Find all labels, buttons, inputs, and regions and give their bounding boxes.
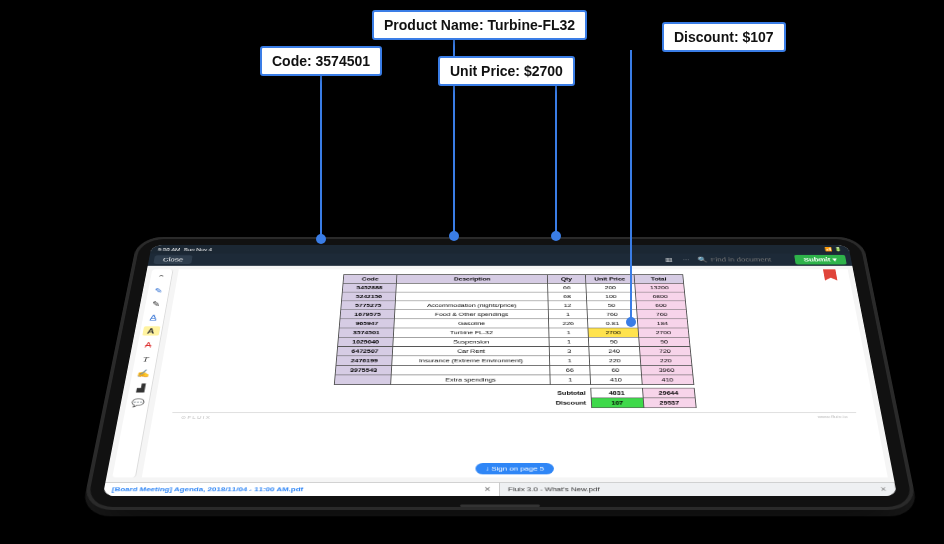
home-indicator xyxy=(460,504,540,506)
table-row: Extra spendings1410410 xyxy=(334,375,693,385)
signature-icon[interactable]: ✍ xyxy=(134,368,153,378)
th-desc: Description xyxy=(397,275,548,284)
close-icon[interactable]: ✕ xyxy=(484,486,491,493)
discount-value: 107 xyxy=(591,398,644,408)
discount-total: 29537 xyxy=(643,398,696,408)
pen-black-icon[interactable]: ✎ xyxy=(147,299,165,308)
table-row: 2476199Insurance (Extreme Environment)12… xyxy=(336,356,692,365)
table-row: 54528886620013200 xyxy=(342,283,684,292)
comment-icon[interactable]: 💬 xyxy=(128,398,147,408)
callout-discount: Discount: $107 xyxy=(662,22,786,52)
table-row: 397554366603960 xyxy=(335,365,692,375)
table-row: 3574501Turbine FL-32127002700 xyxy=(339,328,689,337)
table-row: 1679575Food & Other spendings1760760 xyxy=(340,310,687,319)
table-row: 1029040Suspension19090 xyxy=(338,337,690,346)
strike-icon[interactable]: A xyxy=(139,340,157,349)
th-code: Code xyxy=(343,275,397,284)
callout-code: Code: 3574501 xyxy=(260,46,382,76)
search-input[interactable] xyxy=(710,257,790,263)
tablet-device: 9:50 AM Sun Nov 4 📶 🔋 Close ▥ ··· 🔍 Subm… xyxy=(82,237,918,510)
book-icon[interactable]: ▥ xyxy=(662,256,675,263)
text-blue-icon[interactable]: A xyxy=(144,313,162,322)
table-row: 6472507Car Rent3240720 xyxy=(337,346,691,355)
th-qty: Qty xyxy=(548,275,586,284)
app-toolbar: Close ▥ ··· 🔍 Submit ▾ xyxy=(148,254,853,266)
text-tool-icon[interactable]: T xyxy=(136,354,154,363)
status-icons: 📶 🔋 xyxy=(824,247,842,252)
highlight-icon[interactable]: A xyxy=(142,326,160,335)
tab-board-meeting[interactable]: [Board Meeting] Agenda, 2018/11/04 - 11:… xyxy=(103,483,500,496)
pen-blue-icon[interactable]: ✎ xyxy=(150,286,168,295)
close-icon[interactable]: ✕ xyxy=(879,486,887,493)
sign-on-page-button[interactable]: ↓ Sign on page 5 xyxy=(475,463,554,474)
more-icon[interactable]: ··· xyxy=(680,256,693,263)
document-page: Code Description Qty Unit Price Total 54… xyxy=(142,269,888,477)
bookmark-ribbon[interactable] xyxy=(823,269,837,280)
th-tot: Total xyxy=(634,275,684,284)
table-row: 5775275Accommodation (nights/price)12506… xyxy=(341,301,686,310)
subtotal-label: Subtotal xyxy=(551,388,592,398)
callout-unit-price: Unit Price: $2700 xyxy=(438,56,575,86)
status-bar: 9:50 AM Sun Nov 4 📶 🔋 xyxy=(150,245,850,253)
page-footer: ⊙ F L U I X www.fluix.io xyxy=(171,412,857,419)
subtotal-total: 29644 xyxy=(642,388,695,398)
tab-whats-new[interactable]: Fluix 3.0 - What's New.pdf ✕ xyxy=(500,483,897,496)
callout-product: Product Name: Turbine-FL32 xyxy=(372,10,587,40)
document-tabs: [Board Meeting] Agenda, 2018/11/04 - 11:… xyxy=(103,482,897,496)
search-icon: 🔍 xyxy=(697,257,707,263)
subtotal-value: 4831 xyxy=(591,388,643,398)
collapse-icon[interactable]: ⌃ xyxy=(152,273,170,282)
submit-button[interactable]: Submit ▾ xyxy=(794,255,847,265)
discount-label: Discount xyxy=(551,398,592,408)
th-up: Unit Price xyxy=(585,275,634,284)
table-row: 5242156681006800 xyxy=(342,292,686,301)
expense-table: Code Description Qty Unit Price Total 54… xyxy=(332,274,697,408)
stamp-icon[interactable]: ▟ xyxy=(131,383,150,393)
search-box[interactable]: 🔍 xyxy=(697,257,790,263)
close-button[interactable]: Close xyxy=(153,255,192,263)
